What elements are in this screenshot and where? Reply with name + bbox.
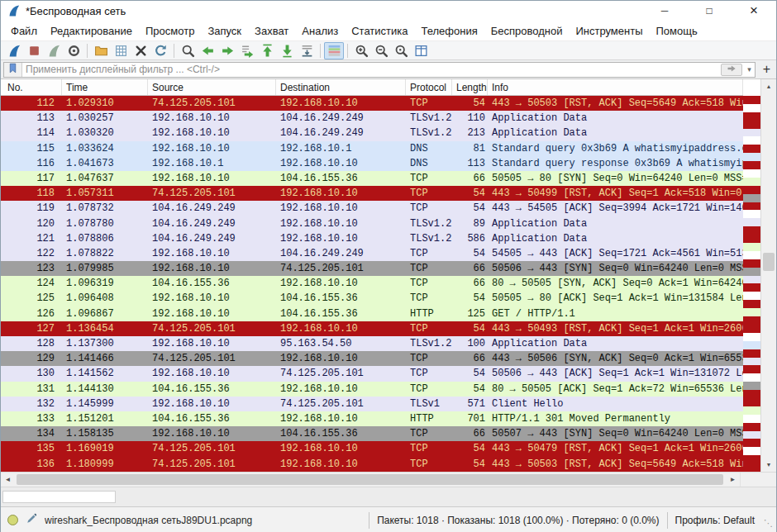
menu-item-7[interactable]: Телефония [414, 22, 484, 40]
scroll-down-button[interactable]: ▼ [761, 458, 776, 472]
go-last-packet-button[interactable] [277, 42, 297, 59]
vertical-scrollbar[interactable]: ▲ ▼ [760, 79, 776, 472]
packet-row[interactable]: 1281.137300192.168.10.1095.163.54.50TLSv… [1, 336, 743, 351]
go-back-button[interactable] [198, 42, 217, 59]
menu-item-10[interactable]: Помощь [650, 22, 704, 40]
packet-minimap[interactable] [743, 79, 760, 472]
resize-columns-button[interactable] [411, 42, 431, 59]
auto-scroll-button[interactable] [297, 42, 317, 59]
column-header-len[interactable]: Length [452, 79, 488, 95]
capture-comment-button[interactable] [26, 513, 37, 527]
go-to-packet-button[interactable] [237, 42, 257, 59]
packet-row[interactable]: 1131.030257192.168.10.10104.16.249.249TL… [1, 111, 743, 126]
packet-row[interactable]: 1141.030320192.168.10.10104.16.249.249TL… [1, 126, 743, 140]
packet-row[interactable]: 1311.144130104.16.155.36192.168.10.10TCP… [1, 382, 743, 397]
packet-len: 54 [452, 441, 488, 456]
find-packet-button[interactable] [178, 42, 198, 59]
colorize-button[interactable] [324, 42, 344, 59]
zoom-original-button[interactable] [391, 42, 411, 59]
scroll-up-button[interactable]: ▲ [761, 79, 776, 93]
packet-len: 54 [452, 246, 488, 261]
column-header-proto[interactable]: Protocol [406, 79, 452, 95]
packet-row[interactable]: 1211.078806104.16.249.249192.168.10.10TL… [1, 231, 743, 246]
status-bar: wireshark_Беспроводная сетьJ89DU1.pcapng… [1, 506, 776, 532]
packet-row[interactable]: 1181.05731174.125.205.101192.168.10.10TC… [1, 186, 743, 201]
menu-item-1[interactable]: Редактирование [44, 22, 139, 40]
reload-file-button[interactable] [150, 42, 170, 59]
packet-src: 104.16.155.36 [148, 411, 276, 426]
packet-row[interactable]: 1321.145999192.168.10.1074.125.205.101TL… [1, 397, 743, 411]
capture-options-button[interactable] [64, 42, 83, 59]
zoom-out-button[interactable] [371, 42, 391, 59]
packet-row[interactable]: 1351.16901974.125.205.101192.168.10.10TC… [1, 441, 743, 456]
packet-row[interactable]: 1201.078780104.16.249.249192.168.10.10TL… [1, 216, 743, 231]
packet-row[interactable]: 1251.096408192.168.10.10104.16.155.36TCP… [1, 291, 743, 306]
packet-src: 104.16.155.36 [148, 382, 276, 397]
packet-row[interactable]: 1171.047637192.168.10.10104.16.155.36TCP… [1, 171, 743, 186]
resize-grip-icon[interactable]: ⋱ [762, 511, 775, 529]
zoom-in-button[interactable] [351, 42, 371, 59]
packet-row[interactable]: 1331.151201104.16.155.36192.168.10.10HTT… [1, 411, 743, 426]
minimap-stripe [743, 145, 760, 153]
restart-capture-button[interactable] [44, 42, 64, 59]
save-file-button[interactable] [111, 42, 131, 59]
packet-row[interactable]: 1121.02931074.125.205.101192.168.10.10TC… [1, 96, 743, 111]
close-file-icon [134, 44, 148, 58]
display-filter-input[interactable] [22, 64, 721, 76]
packet-len: 701 [452, 411, 488, 426]
menu-item-9[interactable]: Инструменты [569, 22, 649, 40]
go-forward-button[interactable] [217, 42, 237, 59]
packet-row[interactable]: 1301.141562192.168.10.1074.125.205.101TC… [1, 366, 743, 381]
minimize-button[interactable]: ─ [642, 1, 687, 21]
menu-item-6[interactable]: Статистика [345, 22, 414, 40]
packet-row[interactable]: 1221.078822192.168.10.10104.16.249.249TC… [1, 246, 743, 261]
packet-info: 50505 → 80 [ACK] Seq=1 Ack=1 Win=131584 … [488, 291, 743, 306]
close-button[interactable]: × [732, 1, 776, 21]
filter-bookmark-button[interactable] [4, 63, 22, 77]
horizontal-scroll-track[interactable] [15, 473, 726, 487]
packet-row[interactable]: 1361.18099974.125.205.101192.168.10.10TC… [1, 457, 743, 472]
packet-row[interactable]: 1261.096867192.168.10.10104.16.155.36HTT… [1, 306, 743, 321]
filter-add-button[interactable]: + [760, 62, 774, 78]
close-file-button[interactable] [131, 42, 150, 59]
vertical-scroll-thumb[interactable] [763, 253, 775, 271]
menu-item-8[interactable]: Беспроводной [484, 22, 570, 40]
column-header-info[interactable]: Info [488, 79, 743, 95]
start-capture-button[interactable] [4, 42, 24, 59]
packet-proto: TLSv1.2 [406, 336, 452, 351]
column-header-no[interactable]: No. [1, 79, 62, 95]
maximize-button[interactable]: □ [687, 1, 732, 21]
horizontal-scrollbar[interactable]: ◄ ► [1, 472, 776, 487]
collapsed-pane-scrollbar[interactable] [1, 487, 776, 506]
column-header-dst[interactable]: Destination [276, 79, 406, 95]
menu-item-2[interactable]: Просмотр [139, 22, 201, 40]
menu-item-4[interactable]: Захват [248, 22, 295, 40]
packet-row[interactable]: 1231.079985192.168.10.1074.125.205.101TC… [1, 261, 743, 276]
scroll-right-button[interactable]: ► [726, 473, 740, 487]
menu-item-3[interactable]: Запуск [201, 22, 248, 40]
packet-row[interactable]: 1341.158135192.168.10.10104.16.155.36TCP… [1, 426, 743, 441]
menu-bar: ФайлРедактированиеПросмотрЗапускЗахватАн… [1, 21, 776, 40]
expert-info-button[interactable] [7, 515, 18, 525]
horizontal-scroll-thumb[interactable] [17, 474, 723, 485]
packet-row[interactable]: 1291.14146674.125.205.101192.168.10.10TC… [1, 351, 743, 366]
menu-item-5[interactable]: Анализ [295, 22, 345, 40]
column-header-src[interactable]: Source [148, 79, 276, 95]
stop-capture-button[interactable] [24, 42, 44, 59]
open-file-button[interactable] [91, 42, 111, 59]
filter-apply-button[interactable] [721, 64, 742, 76]
profile-button[interactable]: Профиль: Default [667, 512, 763, 529]
menu-item-0[interactable]: Файл [4, 22, 44, 40]
chevron-down-icon: ▾ [747, 65, 751, 74]
column-header-time[interactable]: Time [62, 79, 148, 95]
packet-row[interactable]: 1271.13645474.125.205.101192.168.10.10TC… [1, 321, 743, 336]
packet-row[interactable]: 1151.033624192.168.10.10192.168.10.1DNS8… [1, 141, 743, 156]
filter-dropdown-button[interactable]: ▾ [744, 65, 755, 74]
go-first-packet-button[interactable] [257, 42, 277, 59]
packet-no: 134 [1, 426, 62, 441]
packet-row[interactable]: 1241.096319104.16.155.36192.168.10.10TCP… [1, 276, 743, 291]
scroll-left-button[interactable]: ◄ [1, 473, 15, 487]
packet-row[interactable]: 1191.078732104.16.249.249192.168.10.10TC… [1, 201, 743, 216]
collapsed-pane-thumb[interactable] [2, 491, 116, 503]
packet-row[interactable]: 1161.041673192.168.10.1192.168.10.10DNS1… [1, 156, 743, 171]
